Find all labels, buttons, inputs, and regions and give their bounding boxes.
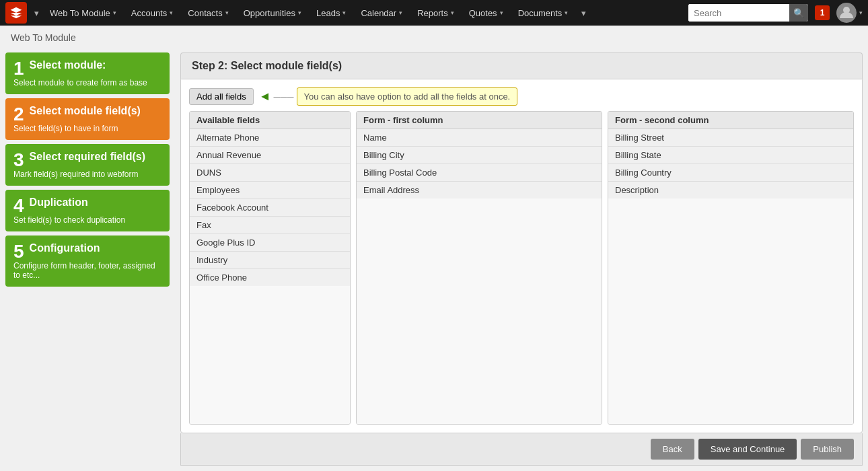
list-item[interactable]: Google Plus ID: [190, 234, 350, 252]
nav-contacts-arrow: ▾: [225, 9, 229, 16]
nav-documents-arrow: ▾: [565, 9, 568, 16]
list-item[interactable]: Name: [357, 129, 602, 147]
save-continue-button[interactable]: Save and Continue: [698, 439, 797, 460]
list-item[interactable]: DUNS: [190, 164, 350, 182]
step-2-desc: Select field(s) to have in form: [13, 124, 161, 133]
notification-badge[interactable]: 1: [815, 5, 830, 20]
sidebar: 1 Select module: Select module to create…: [0, 47, 175, 471]
step-1[interactable]: 1 Select module: Select module to create…: [5, 52, 170, 94]
add-all-fields-button[interactable]: Add all fields: [189, 88, 254, 105]
available-fields-header: Available fields: [190, 112, 350, 129]
step-4-num: 4: [13, 196, 24, 215]
step-2-num: 2: [13, 105, 24, 124]
search-button[interactable]: 🔍: [789, 4, 808, 22]
ellipsis-icon: ———: [274, 93, 294, 100]
nav-web-to-module-arrow: ▾: [113, 9, 116, 16]
list-item[interactable]: Billing Postal Code: [357, 164, 602, 182]
list-item[interactable]: Billing City: [357, 147, 602, 164]
main-layout: 1 Select module: Select module to create…: [0, 47, 868, 471]
step-3-desc: Mark field(s) required into webform: [13, 170, 161, 179]
step-1-desc: Select module to create form as base: [13, 78, 161, 87]
content: Step 2: Select module field(s) Add all f…: [175, 47, 868, 471]
step-2-title: Select module field(s): [13, 105, 161, 117]
form-first-column-header: Form - first column: [357, 112, 602, 129]
add-all-row: Add all fields ◄ ——— You can also have o…: [189, 87, 854, 106]
logo[interactable]: [5, 2, 27, 24]
form-second-column-list: Billing StreetBilling StateBilling Count…: [608, 129, 853, 424]
list-item[interactable]: Alternate Phone: [190, 129, 350, 147]
nav-more[interactable]: ▾: [576, 0, 591, 26]
step-4-title: Duplication: [13, 196, 161, 209]
step-1-num: 1: [13, 59, 24, 78]
list-item[interactable]: Email Address: [357, 182, 602, 198]
nav-quotes-arrow: ▾: [500, 9, 503, 16]
arrow-icon: ◄: [259, 89, 271, 104]
list-item[interactable]: Fax: [190, 217, 350, 234]
list-item[interactable]: Office Phone: [190, 269, 350, 286]
avatar[interactable]: [836, 3, 857, 23]
step-5-desc: Configure form header, footer, assigned …: [13, 261, 161, 280]
avatar-dropdown-arrow[interactable]: ▾: [859, 9, 863, 16]
nav-reports[interactable]: Reports ▾: [410, 0, 461, 26]
tooltip-box: You can also have option to add all the …: [297, 87, 518, 106]
step-1-title: Select module:: [13, 59, 161, 71]
tooltip-container: ◄ ——— You can also have option to add al…: [259, 87, 518, 106]
breadcrumb: Web To Module: [0, 26, 868, 47]
nav-calendar[interactable]: Calendar ▾: [354, 0, 409, 26]
step-3[interactable]: 3 Select required field(s) Mark field(s)…: [5, 144, 170, 186]
nav-leads[interactable]: Leads ▾: [310, 0, 353, 26]
nav-calendar-arrow: ▾: [399, 9, 402, 16]
footer-bar: Back Save and Continue Publish: [180, 433, 863, 466]
form-second-column-header: Form - second column: [608, 112, 853, 129]
list-item[interactable]: Facebook Account: [190, 199, 350, 217]
form-first-column-list: NameBilling CityBilling Postal CodeEmail…: [357, 129, 602, 424]
step-5[interactable]: 5 Configuration Configure form header, f…: [5, 236, 170, 287]
step-5-title: Configuration: [13, 242, 161, 254]
step-4-desc: Set field(s) to check duplication: [13, 215, 161, 225]
back-button[interactable]: Back: [651, 439, 694, 460]
available-fields-panel: Available fields Alternate PhoneAnnual R…: [189, 111, 351, 425]
publish-button[interactable]: Publish: [801, 439, 854, 460]
list-item[interactable]: Employees: [190, 182, 350, 199]
nav-leads-arrow: ▾: [342, 9, 346, 16]
available-fields-list: Alternate PhoneAnnual RevenueDUNSEmploye…: [190, 129, 350, 424]
nav-reports-arrow: ▾: [451, 9, 454, 16]
step-header: Step 2: Select module field(s): [180, 52, 863, 79]
search-box: 🔍: [688, 4, 808, 22]
step-5-num: 5: [13, 242, 24, 261]
step-3-title: Select required field(s): [13, 151, 161, 163]
nav-contacts[interactable]: Contacts ▾: [181, 0, 235, 26]
list-item[interactable]: Industry: [190, 252, 350, 269]
step-2[interactable]: 2 Select module field(s) Select field(s)…: [5, 98, 170, 140]
form-second-column-panel: Form - second column Billing StreetBilli…: [608, 111, 854, 425]
search-input[interactable]: [688, 4, 789, 22]
form-area: Add all fields ◄ ——— You can also have o…: [180, 79, 863, 433]
nav-documents[interactable]: Documents ▾: [511, 0, 575, 26]
topnav: ▾ Web To Module ▾ Accounts ▾ Contacts ▾ …: [0, 0, 868, 26]
logo-dropdown-arrow[interactable]: ▾: [31, 0, 42, 26]
nav-web-to-module[interactable]: Web To Module ▾: [43, 0, 123, 26]
nav-accounts-arrow: ▾: [170, 9, 173, 16]
list-item[interactable]: Billing State: [608, 147, 853, 164]
form-first-column-panel: Form - first column NameBilling CityBill…: [356, 111, 602, 425]
nav-opportunities[interactable]: Opportunities ▾: [237, 0, 308, 26]
nav-opportunities-arrow: ▾: [298, 9, 301, 16]
step-4[interactable]: 4 Duplication Set field(s) to check dupl…: [5, 190, 170, 231]
step-3-num: 3: [13, 151, 24, 170]
columns-row: Available fields Alternate PhoneAnnual R…: [189, 111, 854, 425]
nav-accounts[interactable]: Accounts ▾: [124, 0, 180, 26]
list-item[interactable]: Billing Country: [608, 164, 853, 182]
list-item[interactable]: Billing Street: [608, 129, 853, 147]
list-item[interactable]: Description: [608, 182, 853, 198]
nav-quotes[interactable]: Quotes ▾: [462, 0, 510, 26]
list-item[interactable]: Annual Revenue: [190, 147, 350, 164]
